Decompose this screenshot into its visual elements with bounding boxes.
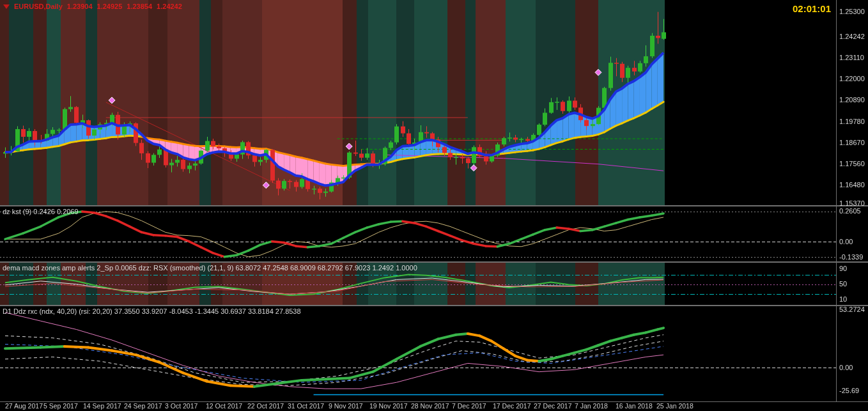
date-axis-label: 16 Jan 2018 bbox=[616, 402, 653, 410]
date-axis-label: 9 Nov 2017 bbox=[329, 402, 363, 410]
kst-axis-label: -0.1339 bbox=[839, 253, 863, 261]
kst-axis-label: 0.00 bbox=[839, 238, 853, 245]
date-axis-label: 7 Dec 2017 bbox=[452, 402, 486, 410]
date-axis-label: 19 Nov 2017 bbox=[369, 402, 408, 410]
price-axis-label: 1.23110 bbox=[839, 54, 864, 61]
date-axis-label: 25 Jan 2018 bbox=[656, 402, 694, 410]
date-axis-label: 22 Oct 2017 bbox=[247, 402, 284, 410]
kst-pane-label: dz kst (9) 0.2426 0.2069 bbox=[3, 208, 79, 215]
price-axis-label: 1.16480 bbox=[839, 181, 865, 189]
chart-window: EURUSD,Daily 1.23904 1.24925 1.23854 1.2… bbox=[0, 0, 868, 411]
price-axis-label: 1.18670 bbox=[839, 139, 865, 146]
date-axis-label: 14 Sep 2017 bbox=[83, 402, 121, 410]
ohlc-high: 1.24925 bbox=[97, 3, 123, 10]
ddz-axis-label: -25.69 bbox=[839, 387, 859, 394]
date-axis-label: 3 Oct 2017 bbox=[165, 402, 198, 410]
ddz-axis-label: 53.2724 bbox=[839, 306, 865, 313]
price-axis-label: 1.25300 bbox=[839, 8, 865, 15]
macd-zones-axis-label: 10 bbox=[839, 295, 847, 303]
macd-zones-axis-label: 50 bbox=[839, 280, 847, 288]
pane-separator[interactable] bbox=[0, 261, 868, 263]
date-axis-label: 17 Dec 2017 bbox=[493, 402, 531, 410]
candle-countdown-timer: 02:01:01 bbox=[793, 3, 831, 14]
symbol-title: EURUSD,Daily bbox=[14, 3, 63, 10]
date-axis-label: 24 Sep 2017 bbox=[124, 402, 162, 410]
price-axis-label: 1.19780 bbox=[839, 118, 865, 125]
ddz-pane-label: D1 Ddz rxc (ndx, 40,20) (rsi: 20,20) 37.… bbox=[3, 307, 301, 315]
one-click-trading-arrow-icon[interactable] bbox=[3, 4, 10, 9]
date-axis-label: 5 Sep 2017 bbox=[43, 402, 78, 410]
ohlc-close: 1.24242 bbox=[157, 3, 182, 10]
date-axis-label: 27 Aug 2017 bbox=[5, 402, 43, 410]
time-axis[interactable]: 27 Aug 20175 Sep 201714 Sep 201724 Sep 2… bbox=[0, 402, 837, 411]
macd-zones-axis-label: 90 bbox=[839, 265, 847, 272]
kst-axis-label: 0.2605 bbox=[839, 207, 861, 215]
date-axis-label: 31 Oct 2017 bbox=[288, 402, 324, 410]
date-axis-label: 7 Jan 2018 bbox=[575, 402, 608, 410]
ohlc-open: 1.23904 bbox=[67, 3, 93, 10]
date-axis-label: 12 Oct 2017 bbox=[206, 402, 242, 410]
price-axis-label: 1.24242 bbox=[839, 33, 865, 40]
price-axis-label: 1.22000 bbox=[839, 75, 865, 82]
ddz-axis-label: 0.00 bbox=[839, 364, 853, 371]
macd-zones-pane-label: dema macd zones amp alerts 2_Sp 0.0065 d… bbox=[3, 264, 417, 272]
date-axis-label: 27 Dec 2017 bbox=[534, 402, 572, 410]
chart-header: EURUSD,Daily 1.23904 1.24925 1.23854 1.2… bbox=[3, 3, 182, 10]
pane-separator[interactable] bbox=[0, 304, 868, 306]
pane-separator[interactable] bbox=[0, 205, 868, 206]
price-axis-label: 1.17560 bbox=[839, 160, 865, 167]
price-axis[interactable]: 1.253001.242421.231101.220001.208901.197… bbox=[837, 0, 868, 402]
price-axis-label: 1.20890 bbox=[839, 96, 865, 104]
ohlc-low: 1.23854 bbox=[127, 3, 152, 10]
date-axis-label: 28 Nov 2017 bbox=[411, 402, 449, 410]
